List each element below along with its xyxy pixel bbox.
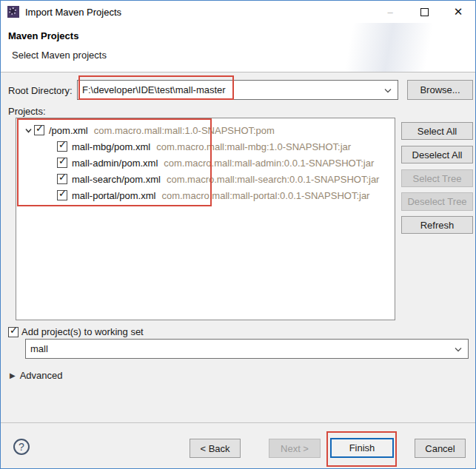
select-all-button[interactable]: Select All <box>401 122 473 140</box>
project-artifact: com.macro.mall:mall:1.0-SNAPSHOT:pom <box>94 125 275 136</box>
page-subtitle: Select Maven projects <box>12 50 107 61</box>
working-set-checkbox[interactable]: ✓ <box>8 327 19 337</box>
close-button[interactable]: ✕ <box>441 1 475 23</box>
project-path: mall-portal/pom.xml <box>72 190 155 201</box>
project-checkbox[interactable]: ✓ <box>34 125 44 135</box>
triangle-right-icon: ▶ <box>10 371 16 379</box>
root-directory-value: F:\developer\IDE\test\mall-master <box>82 84 226 95</box>
check-icon: ✓ <box>58 156 67 166</box>
project-path: /pom.xml <box>49 125 88 136</box>
tree-row-mbg[interactable]: ✓ mall-mbg/pom.xml com.macro.mall:mall-m… <box>16 138 395 155</box>
chevron-down-icon[interactable] <box>454 343 463 354</box>
working-set-value: mall <box>30 343 48 354</box>
check-icon: ✓ <box>58 189 67 198</box>
project-checkbox[interactable]: ✓ <box>57 174 67 184</box>
chevron-down-icon[interactable] <box>383 84 392 95</box>
advanced-section-toggle[interactable]: ▶ Advanced <box>10 370 63 381</box>
wizard-banner: Maven Projects Select Maven projects <box>1 23 475 72</box>
help-button[interactable]: ? <box>13 439 30 455</box>
advanced-label: Advanced <box>20 370 63 381</box>
check-icon: ✓ <box>58 172 67 182</box>
maximize-icon <box>420 8 429 16</box>
finish-button[interactable]: Finish <box>330 438 394 458</box>
project-path: mall-search/pom.xml <box>72 174 161 185</box>
working-set-label: Add project(s) to working set <box>21 326 144 337</box>
title-bar: Import Maven Projects – ✕ <box>1 1 475 23</box>
page-title: Maven Projects <box>8 30 78 41</box>
project-checkbox[interactable]: ✓ <box>57 190 67 200</box>
refresh-button[interactable]: Refresh <box>401 216 473 234</box>
import-maven-projects-dialog: Import Maven Projects – ✕ Maven Projects… <box>0 0 476 469</box>
project-path: mall-admin/pom.xml <box>72 158 158 169</box>
projects-tree[interactable]: ✓ /pom.xml com.macro.mall:mall:1.0-SNAPS… <box>16 118 395 320</box>
root-directory-combo[interactable]: F:\developer\IDE\test\mall-master <box>77 80 398 100</box>
projects-label: Projects: <box>8 106 46 117</box>
back-button[interactable]: < Back <box>190 439 241 458</box>
tree-row-admin[interactable]: ✓ mall-admin/pom.xml com.macro.mall:mall… <box>16 155 395 171</box>
project-artifact: com.macro.mall:mall-admin:0.0.1-SNAPSHOT… <box>164 158 374 169</box>
minimize-button: – <box>373 1 407 23</box>
check-icon: ✓ <box>36 124 44 133</box>
check-icon: ✓ <box>10 325 18 335</box>
window-controls: – ✕ <box>373 1 475 23</box>
maven-import-icon <box>7 6 19 18</box>
tree-row-portal[interactable]: ✓ mall-portal/pom.xml com.macro.mall:mal… <box>16 187 395 203</box>
working-set-checkbox-row[interactable]: ✓ Add project(s) to working set <box>8 326 144 337</box>
cancel-button[interactable]: Cancel <box>415 439 466 458</box>
project-artifact: com.macro.mall:mall-portal:0.0.1-SNAPSHO… <box>161 190 369 201</box>
footer-separator <box>1 422 475 423</box>
root-directory-label: Root Directory: <box>8 85 73 96</box>
next-button: Next > <box>269 439 321 458</box>
window-title: Import Maven Projects <box>25 7 121 18</box>
select-tree-button: Select Tree <box>401 169 473 187</box>
gear-icon <box>9 7 16 15</box>
tree-row-pom[interactable]: ✓ /pom.xml com.macro.mall:mall:1.0-SNAPS… <box>16 122 395 138</box>
check-icon: ✓ <box>58 140 67 149</box>
project-checkbox[interactable]: ✓ <box>57 141 67 152</box>
maximize-button[interactable] <box>407 1 441 23</box>
working-set-combo[interactable]: mall <box>25 339 469 359</box>
tree-expander-icon[interactable] <box>22 126 34 135</box>
project-checkbox[interactable]: ✓ <box>57 158 67 168</box>
project-artifact: com.macro.mall:mall-mbg:1.0-SNAPSHOT:jar <box>156 141 351 152</box>
tree-row-search[interactable]: ✓ mall-search/pom.xml com.macro.mall:mal… <box>16 171 395 187</box>
browse-button[interactable]: Browse... <box>407 80 473 100</box>
deselect-tree-button: Deselect Tree <box>401 192 473 211</box>
deselect-all-button[interactable]: Deselect All <box>401 146 473 163</box>
project-artifact: com.macro.mall:mall-search:0.0.1-SNAPSHO… <box>167 174 380 185</box>
project-path: mall-mbg/pom.xml <box>72 141 150 152</box>
